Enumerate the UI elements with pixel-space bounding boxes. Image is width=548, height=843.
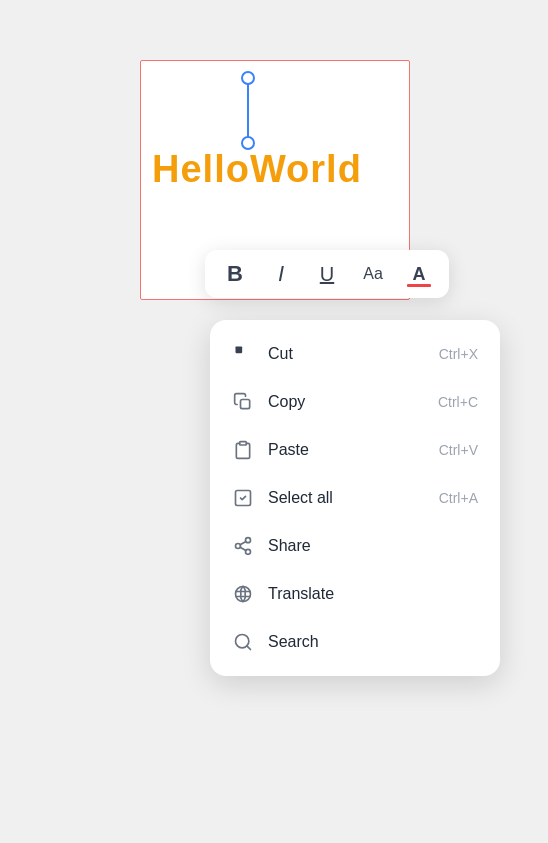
context-menu: Cut Ctrl+X Copy Ctrl+C Paste	[210, 320, 500, 676]
font-color-button[interactable]: A	[405, 260, 433, 288]
italic-button[interactable]: I	[267, 260, 295, 288]
translate-label: Translate	[268, 585, 334, 603]
cursor-line	[247, 78, 249, 143]
paste-shortcut: Ctrl+V	[439, 442, 478, 458]
select-all-label: Select all	[268, 489, 333, 507]
cut-shortcut: Ctrl+X	[439, 346, 478, 362]
search-icon	[232, 631, 254, 653]
svg-rect-0	[236, 347, 243, 354]
underline-button[interactable]: U	[313, 260, 341, 288]
select-all-shortcut: Ctrl+A	[439, 490, 478, 506]
menu-item-paste[interactable]: Paste Ctrl+V	[210, 426, 500, 474]
format-toolbar: B I U Aa A	[205, 250, 449, 298]
copy-shortcut: Ctrl+C	[438, 394, 478, 410]
cursor-handle-top[interactable]	[241, 71, 255, 85]
menu-item-cut[interactable]: Cut Ctrl+X	[210, 330, 500, 378]
cut-label: Cut	[268, 345, 293, 363]
menu-item-copy[interactable]: Copy Ctrl+C	[210, 378, 500, 426]
bold-button[interactable]: B	[221, 260, 249, 288]
translate-icon	[232, 583, 254, 605]
share-label: Share	[268, 537, 311, 555]
clipboard-icon	[232, 439, 254, 461]
font-size-button[interactable]: Aa	[359, 260, 387, 288]
world-text: World	[250, 148, 362, 190]
copy-label: Copy	[268, 393, 305, 411]
select-all-icon	[232, 487, 254, 509]
svg-line-11	[247, 646, 251, 650]
share-icon	[232, 535, 254, 557]
svg-rect-2	[240, 442, 247, 445]
canvas-text: HelloWorld	[152, 148, 362, 191]
scissors-icon	[232, 343, 254, 365]
copy-icon	[232, 391, 254, 413]
color-indicator	[407, 284, 431, 287]
svg-point-9	[236, 587, 251, 602]
menu-item-share[interactable]: Share	[210, 522, 500, 570]
menu-item-search[interactable]: Search	[210, 618, 500, 666]
menu-item-select-all[interactable]: Select all Ctrl+A	[210, 474, 500, 522]
svg-line-7	[240, 547, 246, 550]
search-label: Search	[268, 633, 319, 651]
hello-text: Hello	[152, 148, 250, 190]
menu-item-translate[interactable]: Translate	[210, 570, 500, 618]
text-cursor	[247, 78, 249, 143]
svg-rect-1	[241, 400, 250, 409]
svg-line-8	[240, 541, 246, 544]
paste-label: Paste	[268, 441, 309, 459]
